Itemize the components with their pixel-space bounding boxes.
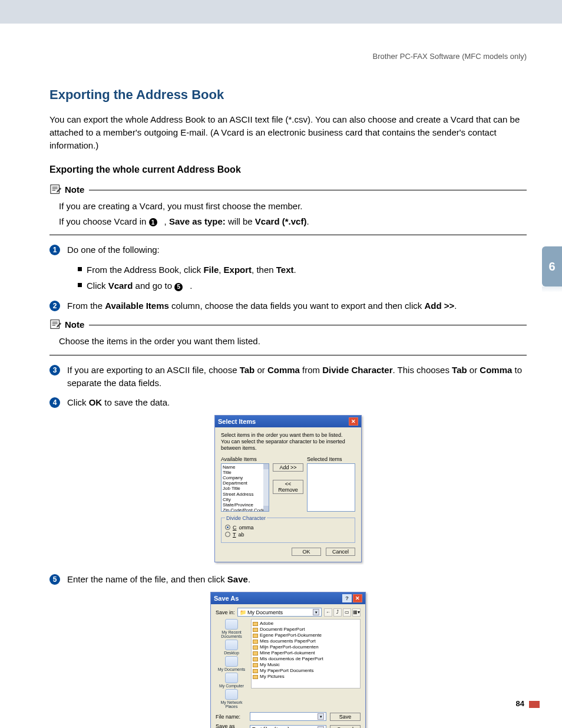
step1-text: Do one of the following:	[67, 245, 160, 255]
places-item[interactable]: My Recent Documents	[216, 619, 247, 638]
note2-header: Note	[49, 318, 527, 330]
dialog-titlebar: Select Items ✕	[215, 416, 361, 427]
save-type-combo[interactable]: Text files {*.csv}▾	[250, 725, 326, 728]
cancel-button[interactable]: Cancel	[330, 725, 361, 728]
places-item[interactable]: My Network Places	[216, 689, 247, 709]
file-item[interactable]: Mes documents PaperPort	[253, 638, 359, 644]
step-badge-5: 5	[49, 574, 60, 585]
remove-button[interactable]: << Remove	[273, 480, 303, 494]
note2-body: Choose the items in the order you want t…	[59, 334, 527, 349]
available-items-label: Available Items	[221, 456, 269, 462]
step-badge-1: 1	[49, 245, 60, 255]
note-icon	[49, 318, 62, 330]
step-badge-3: 3	[49, 365, 60, 375]
selected-items-label: Selected Items	[307, 456, 355, 462]
selected-items-listbox[interactable]	[307, 463, 355, 512]
available-items-listbox[interactable]: NameTitleCompanyDepartmentJob TitleStree…	[221, 463, 269, 512]
divider	[49, 355, 527, 355]
file-item[interactable]: Mine PaperPort-dokument	[253, 650, 359, 656]
views-icon[interactable]: ▦▾	[352, 608, 361, 617]
list-item[interactable]: Department	[223, 480, 267, 486]
file-item[interactable]: Mis documentos de PaperPort	[253, 656, 359, 662]
help-icon[interactable]: ?	[342, 594, 352, 602]
list-item[interactable]: City	[223, 497, 267, 502]
save-in-label: Save in:	[216, 610, 235, 615]
chapter-tab: 6	[542, 246, 562, 286]
heading-sub: Exporting the whole current Address Book	[49, 164, 527, 175]
top-bar	[0, 0, 562, 24]
list-item[interactable]: State/Province	[223, 502, 267, 508]
step-2: 2 From the Available Items column, choos…	[49, 299, 527, 313]
close-icon[interactable]: ✕	[353, 594, 362, 602]
list-item[interactable]: Street Address	[223, 492, 267, 497]
dialog-desc: Select items in the order you want them …	[221, 432, 355, 451]
radio-tab[interactable]: Tab	[225, 532, 351, 538]
places-item[interactable]: Desktop	[216, 640, 247, 655]
save-button[interactable]: Save	[330, 713, 361, 721]
divide-character-group: Divide Character Comma Tab	[221, 515, 355, 543]
note-line1: If you are creating a Vcard, you must fi…	[59, 199, 527, 214]
step-3: 3 If you are exporting to an ASCII file,…	[49, 364, 527, 390]
file-item[interactable]: Adobe	[253, 621, 359, 627]
select-items-dialog: Select Items ✕ Select items in the order…	[214, 415, 362, 562]
step1-sub: From the Address Book, click File, Expor…	[78, 262, 527, 294]
note-body: If you are creating a Vcard, you must fi…	[59, 199, 527, 229]
add-button[interactable]: Add >>	[273, 463, 303, 472]
note-header: Note	[49, 183, 527, 195]
places-item[interactable]: My Documents	[216, 656, 247, 671]
places-item[interactable]: My Computer	[216, 673, 247, 688]
dialog-titlebar: Save As ? ✕	[211, 592, 365, 604]
list-item[interactable]: Zip Code/Post Code	[223, 508, 267, 512]
close-icon[interactable]: ✕	[349, 417, 358, 426]
file-name-label: File name:	[216, 714, 246, 720]
places-bar: My Recent DocumentsDesktopMy DocumentsMy…	[216, 619, 247, 709]
step-1: 1 Do one of the following: From the Addr…	[49, 243, 527, 294]
save-in-combo[interactable]: 📁 My Documents▾	[237, 608, 322, 617]
file-item[interactable]: My Pictures	[253, 674, 359, 680]
ref-badge-5: 5	[174, 283, 183, 291]
save-type-label: Save as type:	[216, 723, 246, 728]
list-item[interactable]: Title	[223, 470, 267, 475]
file-item[interactable]: Mijn PaperPort-documenten	[253, 644, 359, 650]
file-item[interactable]: Documenti PaperPort	[253, 627, 359, 633]
file-item[interactable]: My Music	[253, 662, 359, 668]
note-line2: If you choose Vcard in 1, Save as type: …	[59, 214, 527, 229]
new-folder-icon[interactable]: ▭	[343, 608, 351, 617]
svg-rect-0	[51, 185, 59, 194]
step-5: 5 Enter the name of the file, and then c…	[49, 573, 527, 587]
step-badge-2: 2	[49, 301, 60, 311]
list-item[interactable]: Job Title	[223, 486, 267, 491]
file-name-input[interactable]: ▾	[250, 712, 326, 721]
page-number: 84	[516, 699, 524, 708]
note-icon	[49, 183, 62, 195]
file-list[interactable]: AdobeDocumenti PaperPortEgene PaperPort-…	[251, 619, 361, 689]
file-item[interactable]: My PaperPort Documents	[253, 668, 359, 674]
svg-rect-1	[51, 320, 59, 329]
step-4: 4 Click OK to save the data.	[49, 396, 527, 410]
file-item[interactable]: Egene PaperPort-Dokumente	[253, 633, 359, 638]
save-as-dialog: Save As ? ✕ Save in: 📁 My Documents▾ ← ⤴…	[210, 592, 366, 728]
cancel-button[interactable]: Cancel	[326, 548, 355, 556]
divider	[49, 235, 527, 235]
intro-paragraph: You can export the whole Address Book to…	[49, 113, 527, 151]
page-edge-marker	[529, 701, 540, 708]
back-icon[interactable]: ←	[324, 608, 332, 617]
radio-comma[interactable]: Comma	[225, 525, 351, 531]
note-label: Note	[65, 185, 84, 195]
list-item[interactable]: Name	[223, 465, 267, 470]
note2-label: Note	[65, 319, 84, 330]
up-folder-icon[interactable]: ⤴	[333, 608, 342, 617]
ok-button[interactable]: OK	[292, 548, 321, 556]
ref-badge-1: 1	[149, 218, 157, 226]
divide-legend: Divide Character	[225, 515, 267, 521]
dialog-title: Select Items	[218, 418, 256, 425]
heading-main: Exporting the Address Book	[49, 87, 527, 103]
list-item[interactable]: Company	[223, 475, 267, 480]
step-badge-4: 4	[49, 397, 60, 408]
dialog-title: Save As	[214, 595, 239, 602]
header-breadcrumb: Brother PC-FAX Software (MFC models only…	[49, 52, 527, 61]
